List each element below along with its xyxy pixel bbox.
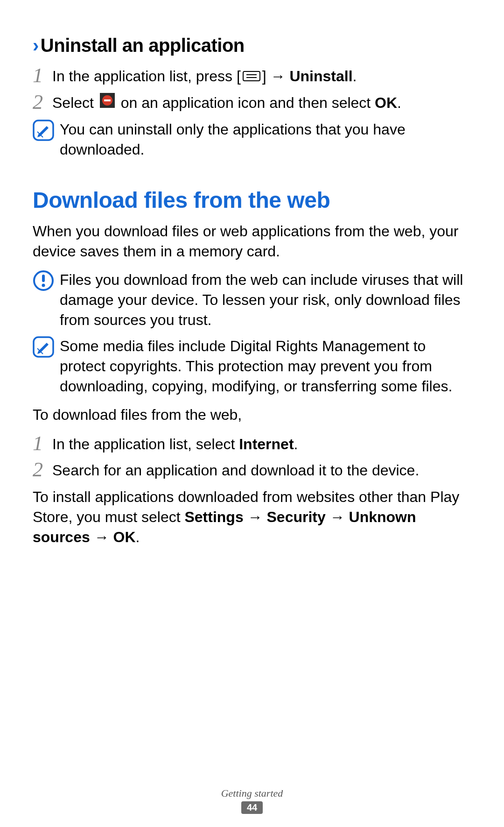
step-row: 1 In the application list, press [ ] → U… [33, 64, 471, 87]
note-box: You can uninstall only the applications … [33, 119, 471, 160]
page-number-badge: 44 [241, 801, 263, 814]
chevron-icon: › [33, 35, 39, 56]
intro-paragraph: When you download files or web applicati… [33, 221, 471, 262]
subsection-heading: ›Uninstall an application [33, 35, 471, 56]
step-number: 2 [33, 459, 52, 480]
note-pencil-icon [33, 119, 57, 143]
lead-paragraph: To download files from the web, [33, 405, 471, 425]
page-content: ›Uninstall an application 1 In the appli… [0, 0, 504, 547]
step-number: 1 [33, 432, 52, 454]
svg-rect-5 [104, 99, 111, 101]
install-paragraph: To install applications downloaded from … [33, 487, 471, 548]
warning-box: Files you download from the web can incl… [33, 269, 471, 331]
step-text: Select on an application icon and then s… [52, 91, 471, 114]
step-number: 1 [33, 64, 52, 86]
note-text: You can uninstall only the applications … [57, 119, 471, 160]
step-number: 2 [33, 91, 52, 113]
footer-section-name: Getting started [0, 787, 504, 799]
svg-rect-9 [42, 275, 45, 282]
minus-circle-icon [100, 93, 115, 113]
subsection-title-text: Uninstall an application [41, 35, 245, 56]
svg-rect-0 [243, 71, 260, 81]
section-heading: Download files from the web [33, 187, 471, 213]
note-text: Some media files include Digital Rights … [57, 335, 471, 397]
step-row: 2 Select on an application icon and then… [33, 91, 471, 114]
note-box: Some media files include Digital Rights … [33, 335, 471, 397]
note-pencil-icon [33, 335, 57, 360]
step-text: Search for an application and download i… [52, 459, 471, 481]
menu-key-icon [243, 66, 260, 86]
page-footer: Getting started 44 [0, 787, 504, 814]
step-text: In the application list, press [ ] → Uni… [52, 64, 471, 87]
warning-exclamation-icon [33, 269, 57, 293]
step-row: 1 In the application list, select Intern… [33, 432, 471, 454]
svg-point-10 [42, 284, 45, 287]
step-row: 2 Search for an application and download… [33, 459, 471, 481]
step-text: In the application list, select Internet… [52, 432, 471, 454]
warning-text: Files you download from the web can incl… [57, 269, 471, 331]
